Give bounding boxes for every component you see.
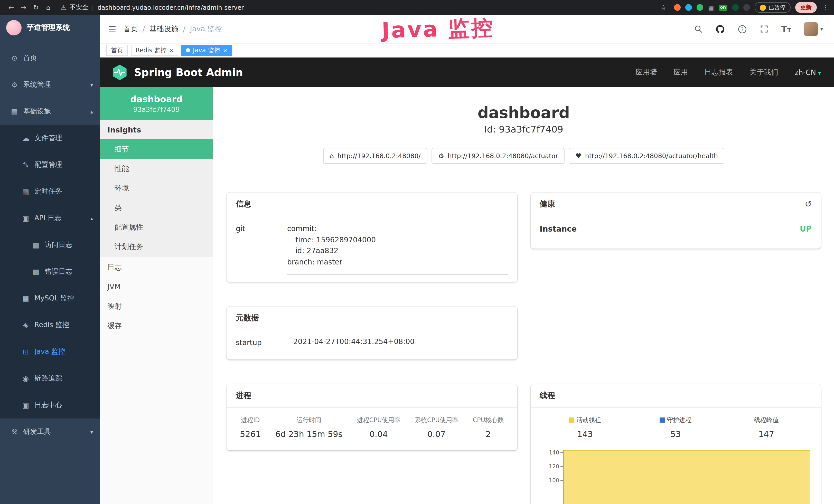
chevron-down-icon: ▾ (90, 429, 93, 435)
close-icon[interactable]: × (223, 47, 227, 54)
threads-legend: 活动线程 143 守护进程 53 (540, 410, 812, 439)
help-icon[interactable]: ? (738, 24, 747, 33)
infrastructure-submenu: ☁ 文件管理 ✎ 配置管理 ▦ 定时任务 ▣ API 日志 ▴ (0, 125, 100, 418)
sidebar-item-redis-monitor[interactable]: ◈ Redis 监控 (0, 312, 100, 338)
sba-item-details[interactable]: 细节 (100, 139, 213, 159)
trace-icon: ◉ (22, 374, 30, 383)
sba-nav-about[interactable]: 关于我们 (749, 68, 778, 77)
health-card: 健康 ↺ Instance UP (530, 192, 821, 249)
paused-label: 已暂停 (768, 4, 786, 11)
chevron-up-icon: ▴ (90, 215, 93, 221)
stat-label: 系统CPU使用率 (415, 416, 458, 425)
browser-update-button[interactable]: 更新 (795, 2, 817, 13)
sidebar-item-system-mgmt[interactable]: ⚙ 系统管理 ▾ (0, 71, 100, 98)
security-warning-label[interactable]: 不安全 (70, 3, 88, 12)
reload-icon[interactable]: ↻ (30, 4, 42, 11)
metadata-card: 元数据 startup 2021-04-27T00:44:31.254+08:0… (226, 306, 517, 360)
close-icon[interactable]: × (169, 47, 174, 54)
locale-selector[interactable]: zh-CN▾ (795, 68, 821, 76)
browser-home-icon[interactable]: ⌂ (42, 4, 54, 11)
sidebar-item-label: 配置管理 (35, 160, 62, 169)
extension-on-badge[interactable]: on (719, 4, 727, 10)
profile-paused-badge[interactable]: 已暂停 (755, 2, 791, 13)
tab-redis-monitor[interactable]: Redis 监控 × (131, 45, 178, 56)
sidebar-item-dev-tools[interactable]: ⚒ 研发工具 ▾ (0, 418, 100, 445)
browser-menu-icon[interactable]: ⋮ (822, 4, 829, 11)
legend-label: 守护进程 (667, 416, 692, 423)
info-card-title: 信息 (236, 199, 251, 209)
hamburger-icon[interactable]: ☰ (100, 24, 124, 34)
app-title: 芋道管理系统 (27, 23, 70, 32)
sba-item-mappings[interactable]: 映射 (100, 296, 213, 316)
extension-icon[interactable] (685, 4, 692, 11)
sidebar-item-tracing[interactable]: ◉ 链路追踪 (0, 365, 100, 392)
active-tab-dot (186, 48, 190, 52)
sidebar-item-file-mgmt[interactable]: ☁ 文件管理 (0, 125, 100, 152)
forward-icon[interactable]: → (18, 4, 30, 11)
sba-item-config-props[interactable]: 配置属性 (100, 217, 213, 237)
tab-java-monitor[interactable]: Java 监控 × (182, 45, 232, 56)
service-url-button[interactable]: ⌂ http://192.168.0.2:48080/ (323, 148, 427, 164)
sba-item-classes[interactable]: 类 (100, 198, 213, 217)
sba-nav-journal[interactable]: 日志报表 (704, 68, 733, 77)
font-size-icon[interactable]: TT (781, 24, 791, 34)
sidebar-item-label: 定时任务 (35, 187, 62, 196)
search-icon[interactable] (694, 25, 703, 33)
sba-item-caches[interactable]: 缓存 (100, 316, 213, 335)
app-logo[interactable]: 芋道管理系统 (0, 15, 100, 41)
sidebar-item-api-logs[interactable]: ▣ API 日志 ▴ (0, 205, 100, 232)
sidebar-item-config-mgmt[interactable]: ✎ 配置管理 (0, 152, 100, 178)
sidebar-item-infrastructure[interactable]: ▤ 基础设施 ▴ (0, 98, 100, 125)
stat-label: CPU核心数 (473, 416, 504, 425)
extensions-grid-icon[interactable]: ▦ (708, 4, 714, 11)
url-text[interactable]: dashboard.yudao.iocoder.cn/infra/admin-s… (97, 4, 244, 11)
sidebar-item-scheduled-jobs[interactable]: ▦ 定时任务 (0, 178, 100, 205)
tab-home[interactable]: 首页 (106, 45, 128, 56)
page-title: dashboard (226, 104, 821, 122)
sidebar-item-home[interactable]: ⊙ 首页 (0, 45, 100, 71)
sba-item-scheduled-tasks[interactable]: 计划任务 (100, 237, 213, 256)
metadata-card-title: 元数据 (236, 313, 259, 323)
actuator-url-button[interactable]: ⚙ http://192.168.0.2:48080/actuator (432, 148, 565, 164)
back-icon[interactable]: ← (5, 4, 18, 11)
extension-icon[interactable] (743, 4, 750, 11)
sba-nav-applications[interactable]: 应用 (674, 68, 688, 77)
extension-icon[interactable] (697, 4, 704, 11)
bookmark-star-icon[interactable]: ☆ (657, 4, 670, 11)
sba-item-performance[interactable]: 性能 (100, 159, 213, 178)
sidebar-item-label: Redis 监控 (35, 320, 69, 330)
sba-brand[interactable]: Spring Boot Admin (111, 64, 243, 81)
sba-item-environment[interactable]: 环境 (100, 178, 213, 198)
instance-header[interactable]: dashboard 93a3fc7f7409 (100, 87, 213, 120)
service-url: http://192.168.0.2:48080/ (337, 152, 421, 160)
axis-tick-mark (560, 480, 563, 481)
security-warning-icon: ⚠ (61, 4, 66, 11)
extension-icon[interactable] (674, 4, 681, 11)
sidebar-item-error-logs[interactable]: ▥ 错误日志 (0, 258, 100, 285)
address-bar[interactable]: ⚠ 不安全 | dashboard.yudao.iocoder.cn/infra… (61, 3, 244, 12)
sidebar-item-access-logs[interactable]: ▥ 访问日志 (0, 232, 100, 258)
sba-nav-wallboard[interactable]: 应用墙 (635, 68, 657, 77)
stat-label: 运行时间 (275, 416, 343, 425)
sidebar-item-mysql-monitor[interactable]: ▤ MySQL 监控 (0, 285, 100, 312)
sidebar-item-label: 链路追踪 (35, 374, 62, 383)
fullscreen-icon[interactable] (760, 25, 768, 33)
sidebar-item-java-monitor[interactable]: ⊡ Java 监控 (0, 338, 100, 365)
breadcrumb-home[interactable]: 首页 (124, 24, 138, 33)
github-icon[interactable] (716, 24, 725, 33)
history-icon[interactable]: ↺ (805, 199, 812, 209)
sba-item-logs[interactable]: 日志 (100, 257, 213, 277)
health-row-instance[interactable]: Instance UP (540, 218, 812, 241)
breadcrumb-infrastructure[interactable]: 基础设施 (150, 24, 178, 33)
legend-swatch-yellow (569, 417, 574, 422)
health-url-button[interactable]: ♥ http://192.168.0.2:48080/actuator/heal… (569, 148, 725, 164)
sba-item-jvm[interactable]: JVM (100, 277, 213, 296)
app-sidebar: 芋道管理系统 ⊙ 首页 ⚙ 系统管理 ▾ ▤ 基础设施 ▴ (0, 15, 100, 504)
user-avatar[interactable]: ▾ (804, 22, 823, 36)
info-card: 信息 git commit: time: 1596289704000 id: 2 (226, 192, 517, 282)
legend-daemon-threads: 守护进程 53 (630, 416, 721, 439)
extension-icon[interactable] (732, 4, 739, 11)
sidebar-item-log-center[interactable]: ▣ 日志中心 (0, 392, 100, 418)
infrastructure-icon: ▤ (10, 107, 19, 116)
info-line: branch: master (287, 257, 508, 268)
